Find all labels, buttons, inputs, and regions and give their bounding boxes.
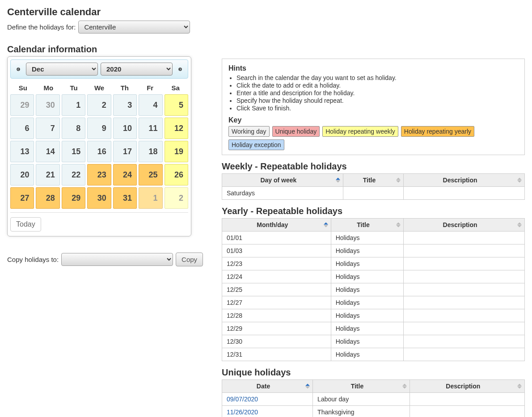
- calendar-day[interactable]: 24: [113, 164, 137, 185]
- table-cell: [404, 309, 525, 322]
- table-cell: [404, 232, 525, 244]
- calendar-day[interactable]: 1: [62, 94, 85, 116]
- calendar-day[interactable]: 5: [165, 94, 188, 116]
- table-cell: Holidays: [331, 244, 403, 257]
- column-header[interactable]: Day of week: [222, 174, 343, 187]
- dow-label: Th: [112, 81, 137, 94]
- column-header[interactable]: Date: [222, 380, 313, 393]
- column-header[interactable]: Title: [343, 174, 403, 187]
- calendar-day[interactable]: 9: [87, 118, 111, 139]
- yearly-table: Month/dayTitleDescription01/01Holidays01…: [222, 218, 525, 361]
- calendar-day[interactable]: 31: [113, 187, 137, 209]
- calendar-day[interactable]: 15: [62, 141, 85, 162]
- dow-label: Tu: [61, 81, 87, 94]
- table-cell: [410, 393, 524, 406]
- table-cell: Holidays: [331, 335, 403, 348]
- calendar-day[interactable]: 30: [36, 94, 59, 116]
- calendar-day[interactable]: 11: [139, 118, 162, 139]
- calendar-day[interactable]: 30: [87, 187, 111, 209]
- calendar-day[interactable]: 18: [139, 141, 162, 162]
- table-cell: [343, 187, 403, 200]
- table-cell: [404, 322, 525, 335]
- sort-icon: [396, 223, 401, 227]
- hint-item: Enter a title and description for the ho…: [236, 89, 518, 97]
- table-cell: 12/30: [222, 335, 331, 348]
- table-row: 09/07/2020Labour day: [222, 393, 525, 406]
- date-link[interactable]: 11/26/2020: [227, 409, 258, 416]
- table-row: 12/29Holidays: [222, 322, 525, 335]
- table-row: 12/30Holidays: [222, 335, 525, 348]
- column-header[interactable]: Description: [404, 219, 525, 232]
- define-label: Define the holidays for:: [7, 23, 76, 31]
- sort-icon: [396, 178, 401, 183]
- table-cell: 01/01: [222, 232, 331, 244]
- copy-select[interactable]: [61, 253, 173, 266]
- table-cell: Holidays: [331, 283, 403, 296]
- table-cell: [404, 283, 525, 296]
- today-button[interactable]: Today: [10, 217, 41, 232]
- table-row: 11/26/2020Thanksgiving: [222, 406, 525, 417]
- calendar-day[interactable]: 21: [36, 164, 59, 185]
- copy-button[interactable]: Copy: [176, 253, 203, 266]
- calendar-day[interactable]: 8: [62, 118, 85, 139]
- calendar-day[interactable]: 3: [113, 94, 137, 116]
- page-title: Centerville calendar: [7, 6, 525, 18]
- calendar-widget: Dec 2020 SuMoTuWeThFrSa 2930123456789101…: [7, 56, 191, 236]
- calendar-day[interactable]: 27: [10, 187, 34, 209]
- table-row: 12/31Holidays: [222, 348, 525, 361]
- table-cell: 09/07/2020: [222, 393, 313, 406]
- calendar-day[interactable]: 20: [10, 164, 34, 185]
- calendar-day[interactable]: 6: [10, 118, 34, 139]
- dow-label: Su: [10, 81, 36, 94]
- calendar-day[interactable]: 25: [139, 164, 162, 185]
- column-header[interactable]: Title: [331, 219, 403, 232]
- calendar-day[interactable]: 29: [62, 187, 85, 209]
- column-header[interactable]: Month/day: [222, 219, 331, 232]
- weekly-heading: Weekly - Repeatable holidays: [222, 161, 525, 172]
- unique-table: DateTitleDescription09/07/2020Labour day…: [222, 379, 525, 417]
- tag-working-day: Working day: [228, 126, 270, 137]
- date-link[interactable]: 09/07/2020: [227, 396, 258, 403]
- calendar-day[interactable]: 4: [139, 94, 162, 116]
- calendar-day[interactable]: 2: [87, 94, 111, 116]
- calendar-day[interactable]: 10: [113, 118, 137, 139]
- calendar-day[interactable]: 22: [62, 164, 85, 185]
- calendar-day[interactable]: 2: [165, 187, 188, 209]
- calendar-day[interactable]: 17: [113, 141, 137, 162]
- key-title: Key: [228, 116, 518, 124]
- hints-card: Hints Search in the calendar the day you…: [222, 59, 525, 155]
- dow-label: Sa: [163, 81, 188, 94]
- year-select[interactable]: 2020: [101, 63, 173, 76]
- month-select[interactable]: Dec: [26, 63, 98, 76]
- table-cell: 12/31: [222, 348, 331, 361]
- calendar-day[interactable]: 23: [87, 164, 111, 185]
- table-cell: 12/29: [222, 322, 331, 335]
- hint-item: Search in the calendar the day you want …: [236, 74, 518, 81]
- next-month-button[interactable]: [175, 64, 185, 74]
- table-cell: 12/23: [222, 257, 331, 270]
- calendar-day[interactable]: 7: [36, 118, 59, 139]
- table-cell: [404, 257, 525, 270]
- define-select[interactable]: Centerville: [78, 21, 190, 34]
- calendar-day[interactable]: 29: [10, 94, 34, 116]
- table-cell: 12/25: [222, 283, 331, 296]
- calendar-day[interactable]: 28: [36, 187, 59, 209]
- column-header[interactable]: Description: [410, 380, 524, 393]
- table-row: 12/23Holidays: [222, 257, 525, 270]
- chevron-left-icon: [16, 65, 21, 73]
- calendar-day[interactable]: 13: [10, 141, 34, 162]
- tag-holiday-exception: Holiday exception: [228, 139, 284, 150]
- prev-month-button[interactable]: [13, 64, 23, 74]
- sort-icon: [517, 223, 522, 227]
- calendar-day[interactable]: 12: [165, 118, 188, 139]
- calendar-day[interactable]: 16: [87, 141, 111, 162]
- calendar-day[interactable]: 14: [36, 141, 59, 162]
- column-header[interactable]: Description: [404, 174, 525, 187]
- table-cell: [404, 270, 525, 283]
- calendar-day[interactable]: 19: [165, 141, 188, 162]
- calendar-day[interactable]: 26: [165, 164, 188, 185]
- calendar-day[interactable]: 1: [139, 187, 162, 209]
- table-cell: Holidays: [331, 309, 403, 322]
- column-header[interactable]: Title: [313, 380, 410, 393]
- svg-point-0: [17, 67, 20, 71]
